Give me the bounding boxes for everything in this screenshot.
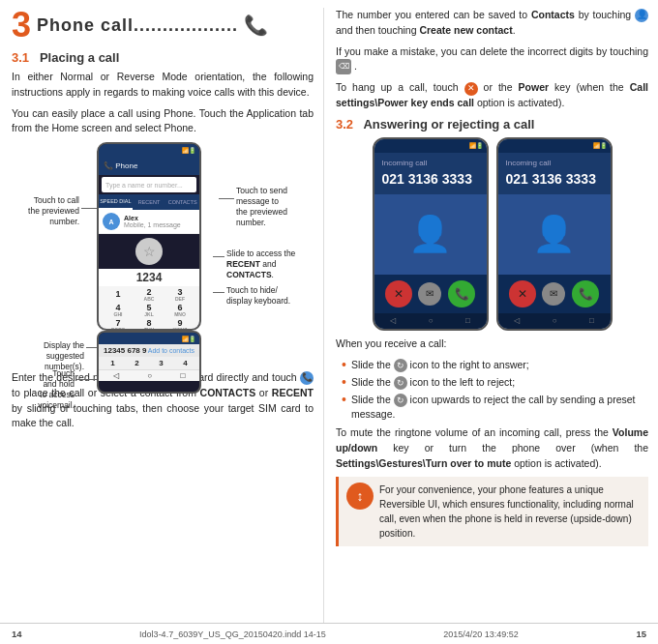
arrow-touch-call <box>81 208 97 209</box>
when-receive-text: When you receive a call: <box>336 337 648 352</box>
tab-recent[interactable]: RECENT <box>133 194 166 210</box>
key-9[interactable]: 9WXYZ <box>169 318 191 331</box>
page-container: 3 Phone call.................. 📞 3.1 Pla… <box>0 0 658 644</box>
callout-box: ↕ For your convenience, your phone featu… <box>336 477 648 546</box>
hangup-icon-inline: ✕ <box>464 82 478 96</box>
footer-file: Idol3-4.7_6039Y_US_QG_20150420.indd 14-1… <box>139 629 326 639</box>
message-btn-2[interactable]: ✉ <box>542 282 565 306</box>
mute-text: To mute the ringtone volume of an incomi… <box>336 425 648 471</box>
key-4[interactable]: 4GHI <box>107 303 129 316</box>
bullet-dot-1: • <box>342 358 346 371</box>
para-1: In either Normal or Reverse Mode orienta… <box>12 70 314 101</box>
key-8[interactable]: 8TUV <box>138 318 160 331</box>
incoming-photo-2: 👤 <box>498 194 611 275</box>
contact-info: Alex Mobile, 1 message <box>124 215 181 228</box>
callout-text: For your convenience, your phone feature… <box>379 483 641 541</box>
keypad-row-2: 4GHI 5JKL 6MNO <box>99 302 199 317</box>
reject-btn[interactable]: ✕ <box>385 280 412 307</box>
speed-dial-star: ☆ <box>135 238 163 265</box>
reject-btn-2[interactable]: ✕ <box>509 280 536 307</box>
bullet-list: • Slide the ↻ icon to the right to answe… <box>342 358 648 422</box>
main-content: 3 Phone call.................. 📞 3.1 Pla… <box>0 0 658 623</box>
key-6[interactable]: 6MNO <box>169 303 191 316</box>
contact-row: A Alex Mobile, 1 message <box>99 210 199 234</box>
message-btn[interactable]: ✉ <box>418 282 441 306</box>
answer-btn[interactable]: 📞 <box>448 280 475 307</box>
phone-nav-2: ◁ ○ □ <box>99 369 199 381</box>
incoming-phones-row: 📶🔋 Incoming call 021 3136 3333 👤 ✕ ✉ 📞 <box>336 137 648 331</box>
incoming-label-1: Incoming call <box>374 153 487 169</box>
status-bar-incoming-1: 📶🔋 <box>374 139 487 153</box>
callout-icon: ↕ <box>346 483 374 510</box>
annotation-voicemail: Touch and hold to access voicemail. <box>12 368 75 411</box>
arrow-suggested <box>86 347 97 348</box>
arrow-voicemail <box>76 379 97 380</box>
annotation-touch-call: Touch to call the previewed number. <box>12 195 79 227</box>
reject-slide-icon: ↻ <box>394 376 407 390</box>
msg-slide-icon: ↻ <box>394 394 407 407</box>
delete-icon-inline: ⌫ <box>336 59 351 74</box>
arrow-slide <box>213 256 224 257</box>
status-bar-2: 📶🔋 <box>99 333 199 344</box>
incoming-screen-1: 📶🔋 Incoming call 021 3136 3333 👤 ✕ ✉ 📞 <box>374 139 487 329</box>
right-column: The number you entered can be saved to C… <box>324 8 658 623</box>
incoming-phone-2: 📶🔋 Incoming call 021 3136 3333 👤 ✕ ✉ 📞 <box>496 137 613 331</box>
incoming-phone-1: 📶🔋 Incoming call 021 3136 3333 👤 ✕ ✉ 📞 <box>373 137 489 331</box>
answer-btn-2[interactable]: 📞 <box>572 280 599 307</box>
key-7[interactable]: 7PQRS <box>107 318 129 331</box>
phone-mockup-suggestion: 📶🔋 12345 678 9 Add to contacts 1 2 3 4 ◁ <box>97 331 201 394</box>
key-2[interactable]: 2ABC <box>138 287 160 301</box>
annotation-touch-send: Touch to send message to the previewed n… <box>236 186 314 228</box>
bullet-dot-2: • <box>342 375 346 389</box>
chapter-heading: 3 Phone call.................. 📞 <box>12 8 314 43</box>
incoming-photo-1: 👤 <box>374 194 487 275</box>
call-icon-inline: 📞 <box>300 371 314 385</box>
tabs-row: SPEED DIAL RECENT CONTACTS <box>99 194 199 210</box>
section-31-heading: 3.1 Placing a call <box>12 50 314 65</box>
incoming-screen-2: 📶🔋 Incoming call 021 3136 3333 👤 ✕ ✉ 📞 <box>498 139 611 329</box>
phone-diagram-area: 📶🔋 📞 Phone Type a name or number... SPEE… <box>12 142 314 365</box>
arrow-touch-send <box>219 198 234 199</box>
footer: 14 Idol3-4.7_6039Y_US_QG_20150420.indd 1… <box>0 623 658 644</box>
search-bar: Type a name or number... <box>102 177 196 192</box>
incoming-actions-2: ✕ ✉ 📞 <box>498 275 611 313</box>
status-bar: 📶🔋 <box>99 144 199 156</box>
suggestion-bar: 12345 678 9 Add to contacts <box>99 344 199 357</box>
speed-dial-area: ☆ <box>99 238 199 265</box>
add-contacts-link[interactable]: Add to contacts <box>148 347 194 354</box>
para-2: You can easily place a call using Phone.… <box>12 106 314 137</box>
bullet-item-1: • Slide the ↻ icon to the right to answe… <box>342 358 648 372</box>
key-3[interactable]: 3DEF <box>169 287 191 301</box>
tab-contacts[interactable]: CONTACTS <box>165 194 199 210</box>
para-save-contacts: The number you entered can be saved to C… <box>336 8 648 39</box>
annotation-slide: Slide to access the RECENT and CONTACTS. <box>226 249 314 280</box>
arrow-keyboard <box>213 292 224 293</box>
chapter-title: Phone call.................. <box>37 15 238 36</box>
phone-mockup-main: 📶🔋 📞 Phone Type a name or number... SPEE… <box>97 142 201 331</box>
number-display: 1234 <box>99 269 199 286</box>
footer-page-right: 15 <box>636 629 646 639</box>
keypad-row-1: 1 2ABC 3DEF <box>99 286 199 302</box>
app-bar: 📞 Phone <box>99 156 199 175</box>
incoming-number-2: 021 3136 3333 <box>498 169 611 194</box>
keypad: 1 2ABC 3DEF 4GHI 5JKL 6MNO 7PQRS 8TUV <box>99 286 199 331</box>
bullet-item-3: • Slide the ↻ icon upwards to reject the… <box>342 393 648 422</box>
keypad-row-3: 7PQRS 8TUV 9WXYZ <box>99 317 199 331</box>
section-32-heading: 3.2 Answering or rejecting a call <box>336 117 648 132</box>
footer-timestamp: 2015/4/20 13:49:52 <box>443 629 519 639</box>
incoming-label-2: Incoming call <box>498 153 611 169</box>
key-5[interactable]: 5JKL <box>138 303 160 316</box>
contact-avatar: A <box>103 213 120 230</box>
para-hang-up: To hang up a call, touch ✕ or the Power … <box>336 80 648 111</box>
contacts-icon-inline: 👤 <box>635 9 648 22</box>
answer-slide-icon: ↻ <box>394 359 407 372</box>
chapter-number: 3 <box>12 8 31 43</box>
bottom-keypad: 1 2 3 4 <box>99 357 199 369</box>
incoming-number-1: 021 3136 3333 <box>374 169 487 194</box>
incoming-actions-1: ✕ ✉ 📞 <box>374 275 487 313</box>
annotation-keyboard: Touch to hide/ display keyboard. <box>226 285 314 307</box>
bullet-item-2: • Slide the ↻ icon to the left to reject… <box>342 375 648 390</box>
key-1[interactable]: 1 <box>107 287 129 301</box>
tab-speed-dial[interactable]: SPEED DIAL <box>99 194 133 210</box>
phone-icon: 📞 <box>244 14 268 37</box>
